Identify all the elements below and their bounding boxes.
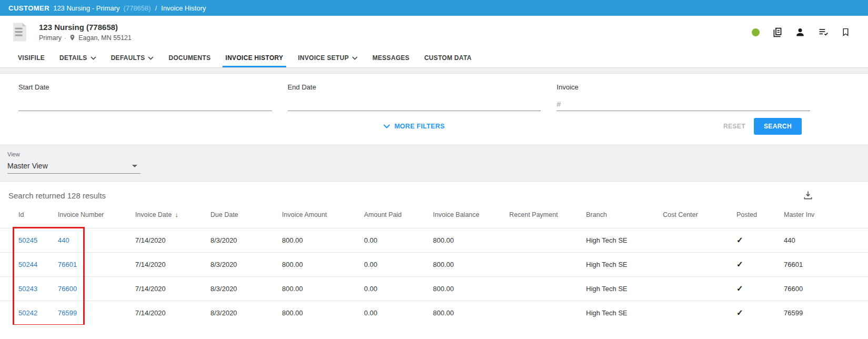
location-pin-icon (69, 34, 76, 42)
cell-invoice-number-link[interactable]: 440 (58, 228, 135, 252)
column-header-branch[interactable]: Branch (586, 202, 663, 228)
column-header-due-date[interactable]: Due Date (210, 202, 282, 228)
reset-button[interactable]: RESET (723, 123, 745, 130)
column-header-invoice-amount[interactable]: Invoice Amount (282, 202, 364, 228)
cell-amount-paid: 0.00 (364, 228, 433, 252)
cell-invoice-date: 7/14/2020 (135, 228, 210, 252)
cell-invoice-amount: 800.00 (282, 252, 364, 276)
cell-invoice-number-link[interactable]: 76600 (58, 276, 135, 301)
column-header-label: Invoice Date (135, 211, 171, 218)
cell-invoice-number-link[interactable]: 76601 (58, 252, 135, 276)
person-icon[interactable] (795, 27, 805, 37)
column-header-invoice-balance[interactable]: Invoice Balance (433, 202, 509, 228)
customer-location: Eagan, MN 55121 (78, 34, 132, 42)
cell-recent-payment (509, 228, 586, 252)
status-indicator-dot (752, 28, 760, 36)
cell-id-link[interactable]: 50244 (0, 252, 58, 276)
breadcrumb-page[interactable]: Invoice History (161, 4, 206, 12)
table-row: 50243 76600 7/14/2020 8/3/2020 800.00 0.… (0, 276, 868, 301)
cell-invoice-amount: 800.00 (282, 276, 364, 301)
cell-master-inv: 76600 (784, 276, 868, 301)
invoice-table: Id Invoice Number Invoice Date↓ Due Date… (0, 202, 868, 325)
cell-master-inv: 76601 (784, 252, 868, 276)
column-header-id[interactable]: Id (0, 202, 58, 228)
cell-recent-payment (509, 252, 586, 276)
invoice-number-input[interactable] (557, 97, 810, 111)
tab-label: DOCUMENTS (168, 54, 210, 62)
cell-id-link[interactable]: 50242 (0, 301, 58, 325)
cell-recent-payment (509, 301, 586, 325)
cell-id-link[interactable]: 50245 (0, 228, 58, 252)
column-header-amount-paid[interactable]: Amount Paid (364, 202, 433, 228)
chevron-down-icon (383, 124, 390, 128)
invoice-label: Invoice (557, 83, 810, 91)
cell-amount-paid: 0.00 (364, 276, 433, 301)
start-date-label: Start Date (18, 83, 272, 91)
cell-recent-payment (509, 276, 586, 301)
cell-posted-check: ✓ (736, 301, 784, 325)
end-date-input[interactable] (288, 97, 541, 111)
cell-branch: High Tech SE (586, 228, 663, 252)
tab-messages[interactable]: MESSAGES (365, 48, 417, 67)
cell-invoice-number-link[interactable]: 76599 (58, 301, 135, 325)
breadcrumb-separator: / (155, 4, 157, 12)
cell-invoice-amount: 800.00 (282, 301, 364, 325)
cell-invoice-amount: 800.00 (282, 228, 364, 252)
tab-details[interactable]: DETAILS (52, 48, 104, 67)
cell-branch: High Tech SE (586, 276, 663, 301)
filter-panel: Start Date End Date Invoice MORE FILTERS… (0, 73, 868, 145)
cell-amount-paid: 0.00 (364, 301, 433, 325)
copies-icon[interactable] (772, 27, 783, 38)
column-header-cost-center[interactable]: Cost Center (663, 202, 736, 228)
cell-invoice-date: 7/14/2020 (135, 301, 210, 325)
column-header-invoice-date[interactable]: Invoice Date↓ (135, 202, 210, 228)
tab-invoice-setup[interactable]: INVOICE SETUP (290, 48, 365, 67)
view-select-value: Master View (7, 162, 48, 170)
tab-label: VISIFILE (18, 54, 45, 62)
column-header-master-inv[interactable]: Master Inv (784, 202, 868, 228)
chevron-down-icon (148, 56, 154, 60)
tab-custom-data[interactable]: CUSTOM DATA (417, 48, 479, 67)
table-header-row: Id Invoice Number Invoice Date↓ Due Date… (0, 202, 868, 228)
sort-descending-icon: ↓ (175, 211, 178, 218)
chevron-down-icon (132, 165, 137, 167)
tab-label: INVOICE HISTORY (226, 54, 284, 62)
cell-due-date: 8/3/2020 (210, 276, 282, 301)
breadcrumb-entity[interactable]: 123 Nursing - Primary (53, 4, 119, 12)
tab-defaults[interactable]: DEFAULTS (104, 48, 162, 67)
cell-id-link[interactable]: 50243 (0, 276, 58, 301)
activity-list-icon[interactable] (817, 27, 829, 37)
view-select[interactable]: Master View (7, 158, 140, 174)
cell-invoice-balance: 800.00 (433, 228, 509, 252)
cell-due-date: 8/3/2020 (210, 228, 282, 252)
cell-branch: High Tech SE (586, 301, 663, 325)
start-date-input[interactable] (18, 97, 272, 111)
cell-cost-center (663, 228, 736, 252)
column-header-posted[interactable]: Posted (736, 202, 784, 228)
tab-invoice-history[interactable]: INVOICE HISTORY (218, 48, 291, 67)
tab-label: INVOICE SETUP (298, 54, 349, 62)
column-header-invoice-number[interactable]: Invoice Number (58, 202, 135, 228)
cell-master-inv: 76599 (784, 301, 868, 325)
view-label: View (7, 151, 861, 157)
cell-invoice-date: 7/14/2020 (135, 276, 210, 301)
chevron-down-icon (352, 56, 358, 60)
cell-invoice-balance: 800.00 (433, 301, 509, 325)
table-row: 50242 76599 7/14/2020 8/3/2020 800.00 0.… (0, 301, 868, 325)
table-row: 50245 440 7/14/2020 8/3/2020 800.00 0.00… (0, 228, 868, 252)
tab-label: DEFAULTS (111, 54, 145, 62)
customer-header: 123 Nursing (778658) Primary · Eagan, MN… (0, 16, 868, 48)
tab-visifile[interactable]: VISIFILE (11, 48, 52, 67)
cell-posted-check: ✓ (736, 276, 784, 301)
download-icon[interactable] (803, 190, 813, 201)
search-button[interactable]: SEARCH (754, 118, 802, 135)
tab-documents[interactable]: DOCUMENTS (161, 48, 218, 67)
cell-posted-check: ✓ (736, 228, 784, 252)
tab-label: MESSAGES (372, 54, 409, 62)
more-filters-button[interactable]: MORE FILTERS (383, 123, 445, 130)
cell-master-inv: 440 (784, 228, 868, 252)
bookmark-icon[interactable] (841, 27, 850, 37)
more-filters-label: MORE FILTERS (395, 123, 445, 130)
cell-invoice-balance: 800.00 (433, 276, 509, 301)
column-header-recent-payment[interactable]: Recent Payment (509, 202, 586, 228)
